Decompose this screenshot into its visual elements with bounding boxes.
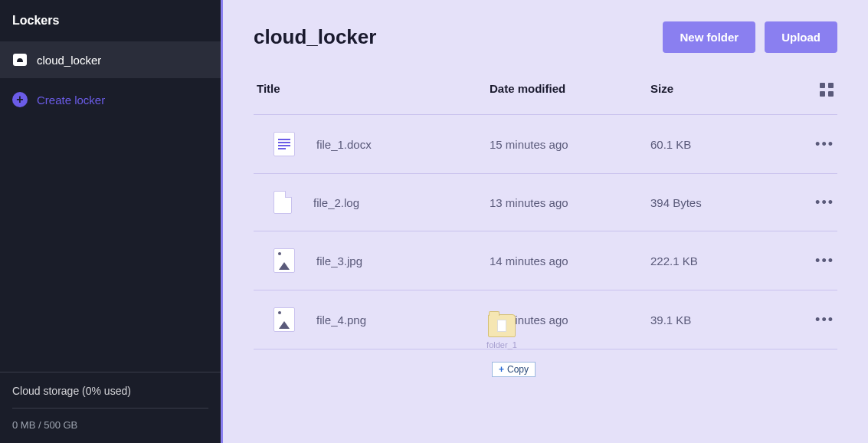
grid-view-button[interactable] [788,82,834,97]
storage-label: Cloud storage (0% used) [12,385,208,397]
storage-progress-bar [12,408,208,409]
document-icon [274,132,295,156]
create-locker-label: Create locker [37,94,105,107]
file-title-cell: file_2.log [257,191,490,214]
upload-button[interactable]: Upload [765,21,837,53]
svg-rect-2 [828,83,834,88]
col-size: Size [650,82,788,97]
table-row[interactable]: file_3.jpg 14 minutes ago 222.1 KB ••• [254,231,837,290]
file-date: 13 minutes ago [490,196,650,209]
image-icon [274,248,295,273]
image-icon [274,307,295,332]
plus-icon: + [12,92,28,107]
create-locker-button[interactable]: + Create locker [0,78,221,121]
file-name: file_3.jpg [316,254,362,267]
page-title: cloud_locker [254,25,376,49]
sidebar-locker-item[interactable]: cloud_locker [0,41,221,78]
svg-rect-4 [828,91,834,97]
more-actions-button[interactable]: ••• [788,253,834,269]
header-actions: New folder Upload [663,21,837,53]
table-row[interactable]: file_1.docx 15 minutes ago 60.1 KB ••• [254,115,837,174]
svg-rect-1 [820,83,825,88]
col-date: Date modified [490,82,650,97]
plus-icon: + [499,364,504,375]
file-table: Title Date modified Size [254,71,837,349]
table-row[interactable]: file_4.png 17 minutes ago 39.1 KB ••• [254,290,837,349]
file-size: 60.1 KB [650,138,788,151]
file-title-cell: file_4.png [257,307,490,332]
file-icon [274,191,292,214]
table-header: Title Date modified Size [254,71,837,114]
copy-tooltip-label: Copy [507,364,529,375]
col-title: Title [257,82,490,97]
file-title-cell: file_1.docx [257,132,490,156]
file-date: 14 minutes ago [490,254,650,267]
svg-rect-3 [820,91,825,97]
more-actions-button[interactable]: ••• [788,195,834,211]
sidebar-locker-label: cloud_locker [37,54,101,67]
main-header: cloud_locker New folder Upload [223,0,868,71]
file-size: 222.1 KB [650,254,788,267]
locker-icon [12,52,28,67]
storage-usage-text: 0 MB / 500 GB [12,419,208,431]
more-actions-button[interactable]: ••• [788,312,834,328]
file-size: 394 Bytes [650,196,788,209]
file-size: 39.1 KB [650,313,788,327]
file-name: file_4.png [316,313,366,327]
file-date: 17 minutes ago [490,313,650,327]
main-content: cloud_locker New folder Upload Title Dat… [221,0,868,443]
file-date: 15 minutes ago [490,138,650,151]
table-row[interactable]: file_2.log 13 minutes ago 394 Bytes ••• [254,174,837,231]
new-folder-button[interactable]: New folder [663,21,755,53]
file-title-cell: file_3.jpg [257,248,490,273]
sidebar-title: Lockers [0,0,221,41]
table-body: file_1.docx 15 minutes ago 60.1 KB ••• f… [254,114,837,349]
more-actions-button[interactable]: ••• [788,136,834,153]
copy-tooltip: + Copy [492,362,536,377]
file-name: file_1.docx [316,138,372,151]
storage-info: Cloud storage (0% used) 0 MB / 500 GB [0,372,221,443]
grid-icon [819,82,834,97]
sidebar: Lockers cloud_locker + Create locker Clo… [0,0,221,443]
file-name: file_2.log [313,196,359,209]
